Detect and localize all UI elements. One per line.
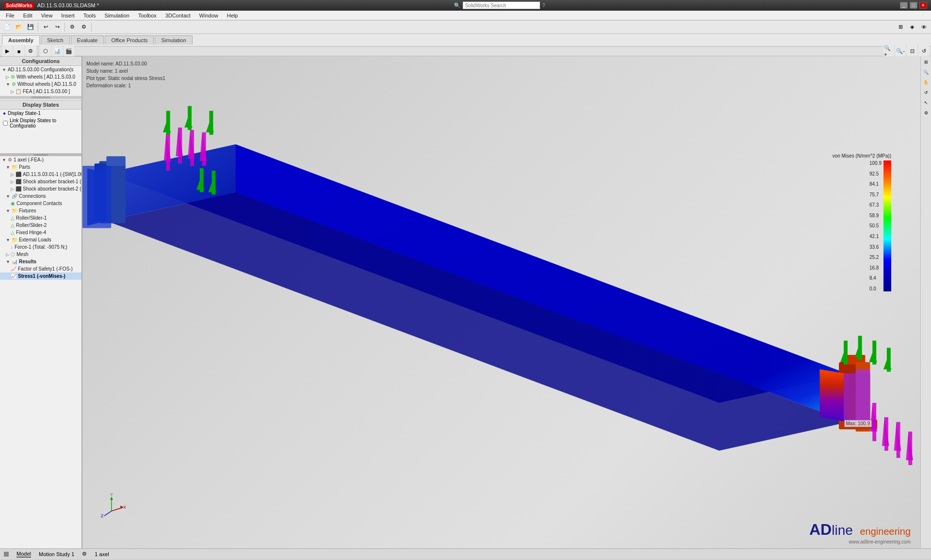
tree-item-connections[interactable]: ▼ 🔗 Connections xyxy=(0,192,81,200)
sim-animate-button[interactable]: 🎬 xyxy=(64,46,74,57)
fea-icon: 📋 xyxy=(16,89,21,94)
sim-settings-button[interactable]: ⚙ xyxy=(25,46,36,57)
tree-item-fos[interactable]: 📈 Factor of Safety1 (-FOS-) xyxy=(0,265,81,272)
tab-sketch[interactable]: Sketch xyxy=(41,35,70,45)
tree-item-ad1101[interactable]: ▷ ⬛ AD.11.S.03.01-1 (-[SW]1.00 xyxy=(0,171,81,178)
axel-icon: ⚙ xyxy=(8,157,12,162)
maximize-button[interactable]: □ xyxy=(910,2,917,9)
svg-text:Y: Y xyxy=(110,492,113,497)
sim-run-button[interactable]: ▶ xyxy=(2,46,13,57)
redo-button[interactable]: ↪ xyxy=(52,22,63,32)
svg-rect-30 xyxy=(190,130,194,166)
stress1-label: Stress1 (-vonMises-) xyxy=(18,273,65,279)
zoom-in-button[interactable]: 🔍+ xyxy=(883,46,894,57)
menu-3dcontact[interactable]: 3DContact xyxy=(161,12,194,19)
config-without-wheels-label: Without wheels [ AD.11.S.0 xyxy=(17,81,76,87)
fea-item-label: FEA [ AD.11.S.03.00 ] xyxy=(23,89,70,94)
config-fea-item[interactable]: ▷ 📋 FEA [ AD.11.S.03.00 ] xyxy=(0,88,81,95)
menu-toolbox[interactable]: Toolbox xyxy=(134,12,161,19)
tree-item-roller1[interactable]: △ Roller/Slider-1 xyxy=(0,214,81,222)
menu-view[interactable]: View xyxy=(37,12,57,19)
svg-rect-24 xyxy=(908,432,912,465)
tab-assembly[interactable]: Assembly xyxy=(2,35,40,45)
svg-rect-46 xyxy=(887,348,891,371)
config-without-wheels[interactable]: ▼ ⚙ Without wheels [ AD.11.S.0 xyxy=(0,80,81,88)
menu-window[interactable]: Window xyxy=(195,12,222,19)
tree-item-roller2[interactable]: △ Roller/Slider-2 xyxy=(0,222,81,229)
view-display-button[interactable]: ◈ xyxy=(907,22,917,32)
close-button[interactable]: ✕ xyxy=(919,2,927,9)
expand-icon-mesh: ▷ xyxy=(6,252,9,257)
tab-simulation[interactable]: Simulation xyxy=(155,35,192,45)
comp-contacts-label: Component Contacts xyxy=(16,201,62,206)
sim-stop-button[interactable]: ■ xyxy=(14,46,24,57)
tree-item-results[interactable]: ▼ 📊 Results xyxy=(0,258,81,265)
tree-item-axel[interactable]: ▼ ⚙ 1 axel (-FEA-) xyxy=(0,156,81,163)
sim-result-button[interactable]: 📊 xyxy=(52,46,63,57)
viewport[interactable]: Model name: AD.11.S.03.00 Study name: 1 … xyxy=(82,56,920,548)
panel-scroll-handle[interactable] xyxy=(0,96,81,99)
parts-icon: 📁 xyxy=(12,164,17,170)
open-button[interactable]: 📂 xyxy=(14,22,24,32)
rt-select-button[interactable]: ↖ xyxy=(921,98,931,108)
sim-mesh-button[interactable]: ⬡ xyxy=(40,46,51,57)
config-tree: ▼ AD.11.S.03.00 Configuration(s ▷ ⚙ With… xyxy=(0,66,81,153)
rt-pan-button[interactable]: ✋ xyxy=(921,78,931,87)
results-label: Results xyxy=(19,259,36,264)
rt-zoom-button[interactable]: 🔍 xyxy=(921,67,931,77)
view-hide-button[interactable]: 👁 xyxy=(918,22,929,32)
tree-item-comp-contacts[interactable]: ◉ Component Contacts xyxy=(0,200,81,207)
link-display-states-item[interactable]: Link Display States to Configuratio xyxy=(0,117,81,129)
undo-button[interactable]: ↩ xyxy=(40,22,51,32)
svg-rect-40 xyxy=(844,340,848,364)
tree-item-ext-loads[interactable]: ▼ 📁 External Loads xyxy=(0,236,81,243)
search-input[interactable] xyxy=(463,1,540,9)
minimize-button[interactable]: _ xyxy=(900,2,908,9)
options-button[interactable]: ⚙ xyxy=(79,22,89,32)
fit-button[interactable]: ⊡ xyxy=(907,46,917,57)
toolbar-2: Assembly Sketch Evaluate Office Products… xyxy=(0,34,931,47)
svg-line-56 xyxy=(112,508,122,511)
tree-item-force1[interactable]: ↓ Force-1 (Total: -9075 N;) xyxy=(0,243,81,251)
menu-help[interactable]: Help xyxy=(223,12,242,19)
roller1-label: Roller/Slider-1 xyxy=(16,215,47,221)
zoom-out-button[interactable]: 🔍- xyxy=(895,46,906,57)
display-state-1-item[interactable]: ● Display State-1 xyxy=(0,110,81,117)
config-root-item[interactable]: ▼ AD.11.S.03.00 Configuration(s xyxy=(0,66,81,73)
rt-rotate-button[interactable]: ↺ xyxy=(921,88,931,97)
menu-tools[interactable]: Tools xyxy=(80,12,100,19)
rt-settings-button[interactable]: ⚙ xyxy=(921,108,931,118)
rt-view-button[interactable]: ⊞ xyxy=(921,57,931,67)
main-content: Configurations ▼ AD.11.S.03.00 Configura… xyxy=(0,56,931,548)
config-with-wheels[interactable]: ▷ ⚙ With wheels [ AD.11.S.03.0 xyxy=(0,73,81,80)
search-area[interactable]: 🔍 ? xyxy=(454,1,545,9)
menu-insert[interactable]: Insert xyxy=(57,12,79,19)
splitter-handle xyxy=(33,154,48,156)
svg-rect-44 xyxy=(872,340,876,364)
save-button[interactable]: 💾 xyxy=(25,22,36,32)
tree-item-shock1[interactable]: ▷ ⬛ Shock absorber bracket-1 ( xyxy=(0,178,81,185)
tree-item-parts[interactable]: ▼ 📁 Parts xyxy=(0,163,81,171)
view-orient-button[interactable]: ⊞ xyxy=(895,22,906,32)
menu-file[interactable]: File xyxy=(2,12,18,19)
tab-evaluate[interactable]: Evaluate xyxy=(71,35,104,45)
rebuild-button[interactable]: ⚙ xyxy=(67,22,78,32)
new-button[interactable]: 📄 xyxy=(2,22,13,32)
statusbar-model[interactable]: Model xyxy=(16,551,31,558)
link-display-states-checkbox[interactable] xyxy=(3,121,8,126)
menu-edit[interactable]: Edit xyxy=(19,12,36,19)
statusbar-motion-study[interactable]: Motion Study 1 xyxy=(39,551,74,557)
branding-ad: AD xyxy=(809,521,832,538)
svg-marker-54 xyxy=(110,496,113,500)
tree-item-fixed-hinge[interactable]: △ Fixed Hinge-4 xyxy=(0,229,81,236)
shock2-label: Shock absorber bracket-2 ( xyxy=(23,186,81,192)
tree-item-mesh[interactable]: ▷ ⬡ Mesh xyxy=(0,251,81,258)
rotate-button[interactable]: ↺ xyxy=(918,46,929,57)
svg-marker-3 xyxy=(106,192,849,450)
tree-item-stress1[interactable]: 📈 Stress1 (-vonMises-) xyxy=(0,272,81,280)
menu-simulation[interactable]: Simulation xyxy=(101,12,133,19)
svg-rect-28 xyxy=(178,128,182,163)
tree-item-shock2[interactable]: ▷ ⬛ Shock absorber bracket-2 ( xyxy=(0,185,81,192)
tab-office-products[interactable]: Office Products xyxy=(105,35,154,45)
tree-item-fixtures[interactable]: ▼ 📁 Fixtures xyxy=(0,207,81,214)
